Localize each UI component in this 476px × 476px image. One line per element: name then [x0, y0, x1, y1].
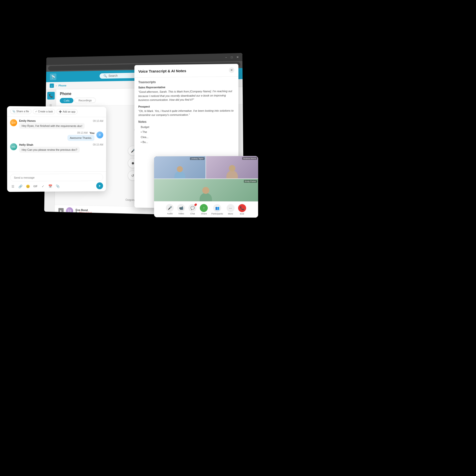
speaker-2-label: Prospect	[138, 104, 234, 108]
vc-more-label: More	[228, 212, 233, 215]
vc-chat-label: Chat	[190, 212, 195, 215]
vc-share-button[interactable]: ↑ Share	[200, 204, 208, 215]
video-icon: 📹	[177, 204, 185, 212]
video-conference-widget: Lindsey Taylor Andrew Morris Emily Parke…	[154, 156, 258, 218]
missed-call-icon: 📞	[76, 211, 79, 214]
video-label-1: Lindsey Taylor	[190, 157, 205, 160]
list-icon[interactable]: ☰	[10, 184, 16, 189]
msg-name-3: Helly Shah	[19, 143, 33, 146]
video-cell-2: Andrew Morris	[206, 156, 258, 178]
speaker-1-text: "Good afternoon, Sarah. This is Mark fro…	[138, 89, 234, 102]
video-person-1: Lindsey Taylor	[154, 156, 206, 178]
video-cell-3: Emily Parker	[154, 179, 258, 202]
avatar-helly: HS	[10, 143, 17, 150]
more-icon: ···	[227, 204, 235, 212]
vc-end-label: End	[240, 212, 244, 215]
msg-name-2: You	[89, 131, 94, 134]
chat-actions-bar: 📎 Share a file ✓ Create a task ➕ Add an …	[7, 106, 106, 117]
message-row-1: EH Emily Hones 09:10 AM Hey Ryan, I've f…	[10, 119, 103, 129]
calendar-icon[interactable]: 📅	[48, 183, 53, 189]
transcript-header: Voice Transcript & AI Notes ✕	[134, 64, 238, 78]
check-icon[interactable]: ✓	[40, 183, 46, 189]
share-icon: ↑	[200, 204, 208, 212]
vc-more-button[interactable]: ··· More	[227, 204, 235, 215]
notes-item-4: • Bu...	[138, 140, 234, 144]
vc-video-label: Video	[178, 212, 184, 215]
vc-end-button[interactable]: 📞 End	[238, 204, 246, 215]
app-logo: 📡	[50, 73, 57, 80]
maximize-button[interactable]: □	[230, 56, 234, 59]
tab-recordings[interactable]: Recordings	[74, 98, 96, 103]
emoji-icon[interactable]: 😊	[25, 183, 31, 189]
titlebar-controls: − □ ✕	[224, 55, 239, 59]
notes-item-2: • The	[138, 130, 234, 134]
audio-icon: 🎤	[166, 204, 174, 212]
notes-section: Notes Budget • The Clea... • Bu...	[138, 120, 234, 144]
minimize-button[interactable]: −	[224, 56, 228, 59]
sidebar-phone-icon[interactable]: 📞	[47, 92, 55, 99]
share-file-button[interactable]: 📎 Share a file	[10, 109, 31, 114]
msg-time-2: 09:13 AM	[77, 131, 88, 134]
transcripts-section-label: Trasnscripts	[138, 80, 234, 84]
msg-time-1: 09:10 AM	[93, 120, 103, 123]
search-icon: 🔍	[103, 74, 107, 78]
msg-content-1: Emily Hones 09:10 AM Hey Ryan, I've fini…	[19, 119, 103, 129]
msg-time-3: 09:15 AM	[93, 143, 103, 146]
msg-header-2: You 09:13 AM	[77, 131, 94, 134]
search-placeholder: Search	[108, 74, 118, 78]
participants-icon: 👥	[213, 204, 221, 212]
video-label-2: Andrew Morris	[242, 157, 257, 160]
video-cell-1: Lindsey Taylor	[154, 156, 206, 178]
send-button[interactable]: ➤	[96, 182, 103, 189]
vc-participants-button[interactable]: 👥 Participants	[211, 204, 223, 215]
gif-icon[interactable]: GIF	[33, 183, 38, 189]
video-person-3: Emily Parker	[154, 179, 258, 202]
chat-icon: 💬	[189, 204, 197, 212]
chat-badge	[195, 204, 197, 206]
video-controls-bar: 🎤 Audio 📹 Video 💬 Chat ↑ Share 👥 Partici…	[154, 201, 258, 218]
close-button[interactable]: ✕	[236, 55, 239, 59]
home-breadcrumb-icon[interactable]: ⌂	[50, 84, 54, 88]
vc-video-button[interactable]: 📹 Video	[177, 204, 185, 215]
recent-avatar: EB	[66, 207, 73, 215]
video-person-2: Andrew Morris	[206, 156, 258, 178]
transcript-title: Voice Transcript & AI Notes	[138, 68, 186, 73]
notes-item-1: Budget	[138, 125, 234, 129]
attach-icon: 📎	[12, 110, 15, 113]
avatar-you: R	[96, 131, 103, 138]
message-row-3: HS Helly Shah 09:15 AM Hey Can you pleas…	[10, 143, 103, 153]
vc-share-label: Share	[201, 212, 207, 215]
add-app-button[interactable]: ➕ Add an app	[57, 109, 78, 115]
msg-right-content: You 09:13 AM Awesome Thanks.	[67, 131, 94, 141]
msg-bubble-3: Hey Can you please review the previous d…	[19, 147, 80, 153]
task-icon: ✓	[35, 110, 37, 113]
chat-input-area: ☰ 🔗 😊 GIF ✓ 📅 📎 ➤	[7, 171, 106, 192]
link-icon[interactable]: 🔗	[18, 184, 23, 189]
speaker-1-label: Sales Representative	[138, 85, 234, 89]
notes-item-3: Clea...	[138, 135, 234, 139]
video-label-3: Emily Parker	[244, 180, 257, 183]
breadcrumb-current: Phone	[59, 84, 66, 87]
vc-chat-button[interactable]: 💬 Chat	[189, 204, 197, 215]
breadcrumb-separator: ›	[56, 84, 57, 87]
vc-audio-button[interactable]: 🎤 Audio	[166, 204, 174, 215]
chat-toolbar: ☰ 🔗 😊 GIF ✓ 📅 📎 ➤	[10, 182, 103, 190]
message-row-2: You 09:13 AM Awesome Thanks. R	[10, 131, 103, 141]
clip-icon[interactable]: 📎	[55, 183, 60, 189]
vc-audio-label: Audio	[167, 212, 173, 215]
msg-name-1: Emily Hones	[19, 119, 36, 122]
add-icon: ➕	[59, 110, 62, 113]
create-task-button[interactable]: ✓ Create a task	[33, 109, 55, 114]
msg-header-3: Helly Shah 09:15 AM	[19, 143, 103, 146]
chat-messages: EH Emily Hones 09:10 AM Hey Ryan, I've f…	[7, 117, 106, 172]
msg-bubble-2: Awesome Thanks.	[67, 135, 94, 141]
avatar-emily: EH	[10, 119, 17, 126]
transcript-close-button[interactable]: ✕	[229, 67, 234, 73]
msg-bubble-1: Hey Ryan, I've finished with the require…	[19, 123, 85, 129]
notes-label: Notes	[138, 120, 234, 123]
vc-participants-label: Participants	[211, 212, 223, 215]
speaker-2-text: "Oh, hi Mark. Yes, I found it quite info…	[138, 109, 234, 117]
chat-input[interactable]	[10, 174, 103, 181]
tab-calls[interactable]: Calls	[60, 98, 74, 103]
chat-widget: 📎 Share a file ✓ Create a task ➕ Add an …	[7, 106, 106, 192]
